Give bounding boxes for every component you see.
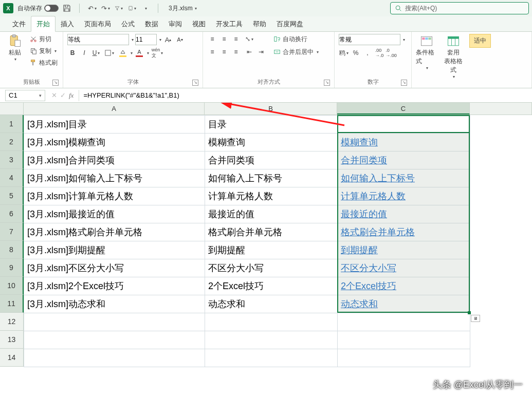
cell-C5[interactable]: 计算单元格人数 <box>338 187 470 205</box>
row-header-4[interactable]: 4 <box>0 169 24 187</box>
hyperlink[interactable]: 目录 <box>341 119 359 129</box>
cell-C10[interactable]: 2个Excel技巧 <box>338 277 470 295</box>
toggle-switch-icon[interactable] <box>44 5 59 12</box>
paste-options-icon[interactable]: 🖥 <box>471 315 480 322</box>
cell-C12[interactable] <box>338 313 470 331</box>
tab-插入[interactable]: 插入 <box>56 16 79 31</box>
cell-B8[interactable]: 到期提醒 <box>205 241 338 259</box>
tab-数据[interactable]: 数据 <box>140 16 163 31</box>
accounting-format-icon[interactable]: 鸥▾ <box>339 48 349 58</box>
decrease-font-icon[interactable]: A▾ <box>175 34 185 45</box>
cell-C8[interactable]: 到期提醒 <box>338 241 470 259</box>
merge-center-button[interactable]: 合并后居中▾ <box>272 47 320 57</box>
cell-B14[interactable] <box>205 349 338 367</box>
cut-button[interactable]: 剪切 <box>29 34 59 44</box>
cell-B6[interactable]: 最接近的值 <box>205 205 338 223</box>
cell-A1[interactable]: [3月.xlsm]目录 <box>24 116 205 134</box>
orientation-icon[interactable]: ⤡▾ <box>244 34 254 44</box>
column-header-B[interactable]: B <box>205 103 337 115</box>
hyperlink[interactable]: 如何输入上下标号 <box>341 173 415 183</box>
font-size-combo[interactable] <box>135 34 157 45</box>
align-middle-icon[interactable]: ≡ <box>219 34 229 44</box>
hyperlink[interactable]: 到期提醒 <box>341 245 378 255</box>
decrease-indent-icon[interactable]: ⇤ <box>244 47 254 57</box>
align-bottom-icon[interactable]: ≡ <box>231 34 241 44</box>
cell-B10[interactable]: 2个Excel技巧 <box>205 277 338 295</box>
cell-C7[interactable]: 格式刷合并单元格 <box>338 223 470 241</box>
bold-button[interactable]: B <box>67 48 78 58</box>
hyperlink[interactable]: 不区分大小写 <box>341 263 396 273</box>
cell-B5[interactable]: 计算单元格人数 <box>205 187 338 205</box>
select-all-corner[interactable] <box>0 103 24 115</box>
cell-A3[interactable]: [3月.xlsm]合并同类项 <box>24 151 205 169</box>
column-header-A[interactable]: A <box>24 103 205 115</box>
hyperlink[interactable]: 合并同类项 <box>341 155 387 165</box>
fx-icon[interactable]: fx <box>69 91 74 100</box>
cell-A9[interactable]: [3月.xlsm]不区分大小写 <box>24 259 205 277</box>
align-top-icon[interactable]: ≡ <box>207 34 217 44</box>
undo-icon[interactable]: ↶▾ <box>88 4 96 12</box>
tab-公式[interactable]: 公式 <box>116 16 140 31</box>
filter-icon[interactable]: ▾ <box>115 4 123 12</box>
cell-A6[interactable]: [3月.xlsm]最接近的值 <box>24 205 205 223</box>
row-header-8[interactable]: 8 <box>0 241 24 259</box>
row-header-12[interactable]: 12 <box>0 313 24 331</box>
cell-B2[interactable]: 模糊查询 <box>205 134 338 151</box>
cell-A11[interactable]: [3月.xlsm]动态求和 <box>24 295 205 313</box>
align-center-icon[interactable]: ≡ <box>219 47 229 57</box>
fill-color-button[interactable] <box>118 48 128 58</box>
cell-C2[interactable]: 模糊查询 <box>338 134 470 151</box>
copy-button[interactable]: 复制▾ <box>29 46 59 56</box>
tab-帮助[interactable]: 帮助 <box>248 16 271 31</box>
row-header-2[interactable]: 2 <box>0 133 24 151</box>
dialog-launcher-icon[interactable]: ↘ <box>324 80 330 86</box>
cell-A12[interactable] <box>24 313 205 331</box>
font-color-button[interactable]: A <box>134 48 144 58</box>
spreadsheet-grid[interactable]: ABC 1234567891011121314 [3月.xlsm]目录目录目录[… <box>0 103 532 389</box>
cell-style-accent[interactable]: 适中 <box>469 34 491 48</box>
dialog-launcher-icon[interactable]: ↘ <box>192 80 198 86</box>
hyperlink[interactable]: 2个Excel技巧 <box>341 281 396 291</box>
cell-A4[interactable]: [3月.xlsm]如何输入上下标号 <box>24 169 205 187</box>
wrap-text-button[interactable]: 自动换行 <box>272 34 320 44</box>
save-icon[interactable] <box>63 4 71 12</box>
percent-format-icon[interactable]: % <box>351 48 361 58</box>
hyperlink[interactable]: 动态求和 <box>341 299 378 309</box>
row-header-6[interactable]: 6 <box>0 205 24 223</box>
formula-input[interactable]: =HYPERLINK("#"&B1&"!a1",B1) <box>79 90 532 101</box>
align-left-icon[interactable]: ≡ <box>207 47 217 57</box>
tab-页面布局[interactable]: 页面布局 <box>79 16 116 31</box>
cell-B11[interactable]: 动态求和 <box>205 295 338 313</box>
tab-文件[interactable]: 文件 <box>7 16 31 31</box>
format-as-table-button[interactable]: 套用 表格格式▾ <box>443 34 464 79</box>
tab-开发工具[interactable]: 开发工具 <box>211 16 248 31</box>
cell-C14[interactable] <box>338 349 470 367</box>
row-header-1[interactable]: 1 <box>0 115 24 133</box>
cell-C11[interactable]: 动态求和 <box>338 295 470 313</box>
conditional-format-button[interactable]: 条件格式▾ <box>416 34 437 70</box>
hyperlink[interactable]: 模糊查询 <box>341 137 378 147</box>
align-right-icon[interactable]: ≡ <box>231 47 241 57</box>
cell-A7[interactable]: [3月.xlsm]格式刷合并单元格 <box>24 223 205 241</box>
cancel-formula-icon[interactable]: ✕ <box>51 91 57 99</box>
filename-dropdown-icon[interactable]: ▾ <box>195 6 197 11</box>
cell-B3[interactable]: 合并同类项 <box>205 151 338 169</box>
increase-decimal-icon[interactable]: .00→.0 <box>374 48 384 58</box>
row-header-7[interactable]: 7 <box>0 223 24 241</box>
cell-C6[interactable]: 最接近的值 <box>338 205 470 223</box>
row-header-5[interactable]: 5 <box>0 187 24 205</box>
font-name-combo[interactable] <box>67 34 129 45</box>
cell-B1[interactable]: 目录 <box>205 116 338 134</box>
enter-formula-icon[interactable]: ✓ <box>60 91 66 99</box>
qat-more-icon[interactable]: ▾ <box>141 4 150 12</box>
cell-A10[interactable]: [3月.xlsm]2个Excel技巧 <box>24 277 205 295</box>
tab-视图[interactable]: 视图 <box>187 16 211 31</box>
cell-C3[interactable]: 合并同类项 <box>338 151 470 169</box>
row-header-14[interactable]: 14 <box>0 349 24 367</box>
underline-button[interactable]: U▾ <box>91 48 101 58</box>
cell-A2[interactable]: [3月.xlsm]模糊查询 <box>24 134 205 151</box>
comma-format-icon[interactable]: , <box>362 48 373 58</box>
row-header-10[interactable]: 10 <box>0 277 24 295</box>
tab-开始[interactable]: 开始 <box>31 16 56 32</box>
cell-B4[interactable]: 如何输入上下标号 <box>205 169 338 187</box>
